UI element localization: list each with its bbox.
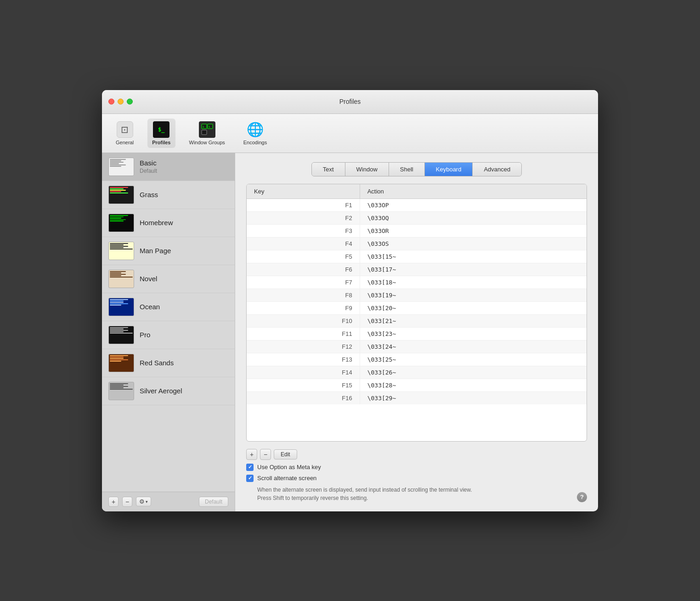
table-row[interactable]: F11\033[23~ — [247, 328, 587, 340]
maximize-button[interactable] — [127, 99, 133, 105]
key-cell: F2 — [247, 212, 360, 224]
table-row[interactable]: F7\033[18~ — [247, 276, 587, 289]
tab-window[interactable]: Window — [345, 163, 389, 176]
silveraerogel-name: Silver Aerogel — [140, 387, 182, 395]
table-row[interactable]: F16\033[29~ — [247, 392, 587, 404]
basic-info: Basic Default — [140, 159, 157, 174]
action-cell: \033[28~ — [360, 379, 587, 391]
profile-manpage[interactable]: Man Page — [102, 237, 235, 265]
ocean-info: Ocean — [140, 303, 160, 311]
key-cell: F14 — [247, 366, 360, 379]
profile-basic[interactable]: Basic Default — [102, 153, 235, 181]
meta-key-checkbox[interactable] — [246, 464, 254, 471]
table-row[interactable]: F6\033[17~ — [247, 263, 587, 276]
table-row[interactable]: F9\033[20~ — [247, 302, 587, 315]
ocean-name: Ocean — [140, 303, 160, 311]
remove-profile-button[interactable]: − — [122, 497, 132, 507]
tab-shell[interactable]: Shell — [389, 163, 425, 176]
action-cell: \033OP — [360, 199, 587, 211]
table-row[interactable]: F2\033OQ — [247, 212, 587, 225]
scroll-alternate-checkbox[interactable] — [246, 475, 254, 482]
homebrew-thumbnail — [108, 214, 134, 232]
grass-info: Grass — [140, 191, 158, 198]
table-row[interactable]: F5\033[15~ — [247, 250, 587, 263]
profile-grass[interactable]: Grass — [102, 181, 235, 209]
tab-advanced[interactable]: Advanced — [473, 163, 521, 176]
profile-redsands[interactable]: Red Sands — [102, 349, 235, 377]
key-column-header: Key — [247, 184, 360, 198]
key-cell: F8 — [247, 289, 360, 301]
redsands-name: Red Sands — [140, 359, 174, 367]
gear-button[interactable]: ⚙ ▾ — [136, 497, 151, 506]
traffic-lights — [108, 99, 133, 105]
action-cell: \033[15~ — [360, 250, 587, 263]
key-cell: F6 — [247, 263, 360, 276]
key-cell: F13 — [247, 353, 360, 366]
add-profile-button[interactable]: + — [108, 497, 119, 507]
svg-rect-2 — [202, 130, 207, 135]
key-cell: F9 — [247, 302, 360, 314]
window-title: Profiles — [339, 98, 361, 105]
homebrew-info: Homebrew — [140, 219, 173, 227]
encodings-icon: 🌐 — [247, 121, 263, 138]
grass-thumbnail — [108, 186, 134, 204]
toolbar-windowgroups[interactable]: $_ $_ Window Groups — [185, 119, 230, 148]
table-header: Key Action — [247, 184, 587, 199]
add-key-button[interactable]: + — [246, 449, 257, 460]
general-icon: ⊡ — [117, 121, 133, 138]
toolbar-profiles[interactable]: $_ Profiles — [147, 119, 175, 148]
default-button[interactable]: Default — [199, 497, 228, 507]
toolbar: ⊡ General $_ Profiles $_ $_ Window Group… — [102, 114, 598, 153]
profile-homebrew[interactable]: Homebrew — [102, 209, 235, 237]
key-cell: F16 — [247, 392, 360, 404]
action-cell: \033[20~ — [360, 302, 587, 314]
edit-key-button[interactable]: Edit — [274, 449, 297, 459]
scroll-alternate-label: Scroll alternate screen — [257, 475, 316, 482]
table-row[interactable]: F8\033[19~ — [247, 289, 587, 302]
close-button[interactable] — [108, 99, 114, 105]
manpage-name: Man Page — [140, 247, 171, 255]
action-cell: \033[29~ — [360, 392, 587, 404]
redsands-thumbnail — [108, 354, 134, 372]
key-cell: F11 — [247, 328, 360, 340]
pro-name: Pro — [140, 331, 150, 339]
table-row[interactable]: F4\033OS — [247, 238, 587, 250]
description-text: When the alternate screen is displayed, … — [246, 486, 476, 502]
table-row[interactable]: F1\033OP — [247, 199, 587, 212]
tab-keyboard[interactable]: Keyboard — [425, 163, 473, 176]
tab-bar: Text Window Shell Keyboard Advanced — [311, 162, 522, 176]
help-button[interactable]: ? — [577, 492, 587, 502]
action-cell: \033OS — [360, 238, 587, 250]
minimize-button[interactable] — [118, 99, 124, 105]
novel-thumbnail — [108, 270, 134, 288]
key-cell: F12 — [247, 340, 360, 353]
main-panel: Text Window Shell Keyboard Advanced Key … — [235, 153, 598, 511]
action-cell: \033[25~ — [360, 353, 587, 366]
table-row[interactable]: F10\033[21~ — [247, 315, 587, 328]
pro-thumbnail — [108, 326, 134, 344]
toolbar-encodings[interactable]: 🌐 Encodings — [239, 119, 271, 148]
meta-key-label: Use Option as Meta key — [257, 464, 321, 471]
key-cell: F7 — [247, 276, 360, 289]
table-body: F1\033OPF2\033OQF3\033ORF4\033OSF5\033[1… — [247, 199, 587, 404]
homebrew-name: Homebrew — [140, 219, 173, 227]
titlebar: Profiles — [102, 90, 598, 114]
profile-ocean[interactable]: Ocean — [102, 293, 235, 321]
table-row[interactable]: F15\033[28~ — [247, 379, 587, 392]
description-row: When the alternate screen is displayed, … — [246, 486, 587, 502]
profiles-label: Profiles — [152, 140, 170, 145]
key-cell: F4 — [247, 238, 360, 250]
table-row[interactable]: F14\033[26~ — [247, 366, 587, 379]
profile-novel[interactable]: Novel — [102, 265, 235, 293]
toolbar-general[interactable]: ⊡ General — [111, 119, 138, 148]
profile-pro[interactable]: Pro — [102, 321, 235, 349]
table-row[interactable]: F13\033[25~ — [247, 353, 587, 366]
windowgroups-label: Window Groups — [189, 140, 225, 145]
table-row[interactable]: F3\033OR — [247, 225, 587, 238]
tab-text[interactable]: Text — [312, 163, 345, 176]
table-row[interactable]: F12\033[24~ — [247, 340, 587, 353]
key-cell: F5 — [247, 250, 360, 263]
remove-key-button[interactable]: − — [260, 449, 271, 460]
sidebar-footer: + − ⚙ ▾ Default — [102, 492, 235, 511]
profile-silveraerogel[interactable]: Silver Aerogel — [102, 377, 235, 405]
